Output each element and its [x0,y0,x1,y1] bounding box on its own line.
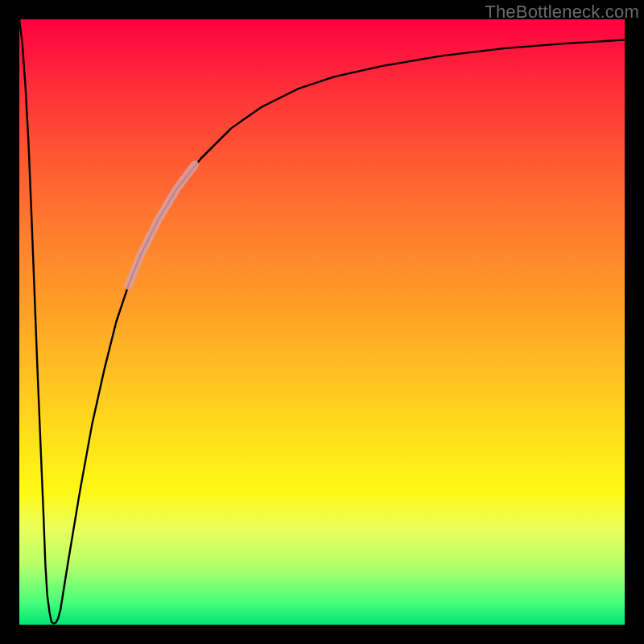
chart-frame: TheBottleneck.com [0,0,644,644]
series-highlight-segment [128,164,195,285]
series-left-drop [19,19,52,621]
plot-area [19,19,625,625]
curve-layer [19,19,625,625]
series-rising-asymptote [60,40,625,610]
series-dip-bottom [52,609,60,623]
series-group [19,19,625,624]
